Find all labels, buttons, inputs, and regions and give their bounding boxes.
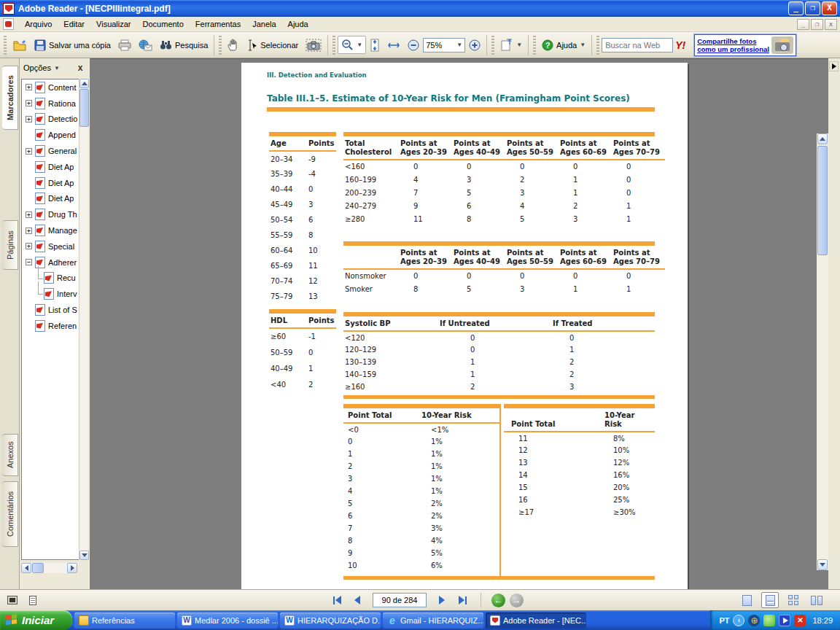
menu-ajuda[interactable]: Ajuda: [282, 18, 314, 31]
toolbar-grip[interactable]: [332, 36, 335, 55]
chevron-down-icon[interactable]: ▼: [516, 42, 522, 48]
clock[interactable]: 18:29: [812, 616, 833, 625]
snapshot-button[interactable]: [302, 36, 325, 55]
bookmark-label[interactable]: Drug Th: [48, 210, 77, 219]
toolbar-grip[interactable]: [596, 36, 599, 55]
select-tool-button[interactable]: Selecionar: [242, 36, 302, 54]
taskbar-task[interactable]: Adobe Reader - [NEC...: [486, 612, 586, 629]
fit-width-button[interactable]: [384, 37, 404, 53]
bookmark-label[interactable]: Interv: [57, 289, 77, 298]
bookmark-label[interactable]: Adherer: [48, 258, 77, 267]
next-page-button[interactable]: [434, 593, 450, 607]
bookmark-item[interactable]: Interv: [22, 286, 88, 302]
expand-icon[interactable]: +: [26, 84, 32, 90]
chevron-down-icon[interactable]: ▼: [456, 42, 462, 48]
bookmark-label[interactable]: Append: [48, 131, 76, 139]
bookmark-label[interactable]: Diet Ap: [48, 194, 74, 203]
toolbar-grip[interactable]: [491, 36, 494, 55]
page-display-button[interactable]: ▼: [497, 36, 526, 54]
zoom-out-tool-button[interactable]: ▼: [338, 36, 366, 54]
reading-mode-button[interactable]: [4, 593, 20, 607]
yahoo-logo[interactable]: Y!: [675, 39, 685, 51]
menu-visualizar[interactable]: Visualizar: [90, 18, 137, 31]
scrollbar-thumb[interactable]: [79, 89, 89, 127]
taskbar-task[interactable]: Referências: [74, 612, 175, 629]
tab-marcadores[interactable]: Marcadores: [2, 66, 18, 130]
scroll-up-button[interactable]: [79, 79, 89, 88]
bookmark-item[interactable]: +General: [22, 143, 88, 159]
bookmark-label[interactable]: Manage: [48, 226, 77, 235]
zoom-level-combobox[interactable]: 75% ▼: [423, 38, 465, 52]
tray-collapse-icon[interactable]: ‹: [733, 615, 744, 626]
scrollbar-thumb[interactable]: [817, 146, 828, 255]
zoom-out-button[interactable]: [404, 36, 423, 54]
toolbar-grip[interactable]: [4, 36, 7, 55]
bookmark-label[interactable]: Referen: [48, 322, 77, 330]
email-button[interactable]: [135, 36, 156, 54]
page-indicator-field[interactable]: 90 de 284: [373, 593, 427, 607]
scroll-right-button[interactable]: [67, 563, 77, 573]
help-button[interactable]: ? Ajuda ▼: [538, 36, 589, 54]
chevron-down-icon[interactable]: ▼: [580, 42, 586, 48]
toolbar-overflow-button[interactable]: [829, 61, 839, 71]
zoom-in-button[interactable]: [465, 36, 484, 54]
toolbar-grip[interactable]: [533, 36, 536, 55]
last-page-button[interactable]: [454, 593, 470, 607]
bookmark-item[interactable]: Recu: [22, 271, 88, 287]
tab-comentarios[interactable]: Comentários: [2, 481, 18, 547]
messenger-icon[interactable]: [763, 615, 775, 626]
bookmark-label[interactable]: Recu: [57, 273, 76, 282]
open-button[interactable]: [9, 36, 31, 54]
network-globe-icon[interactable]: ⊕: [748, 615, 760, 626]
panel-close-button[interactable]: x: [74, 63, 86, 73]
toolbar-grip[interactable]: [219, 36, 222, 55]
facing-view-button[interactable]: [808, 592, 825, 608]
scroll-down-button[interactable]: [817, 559, 828, 570]
menu-ferramentas[interactable]: Ferramentas: [190, 18, 246, 31]
start-button[interactable]: Iniciar: [0, 610, 72, 630]
bookmark-label[interactable]: General: [48, 147, 77, 155]
scroll-up-button[interactable]: [817, 133, 828, 144]
options-menu-button[interactable]: Opções: [23, 63, 51, 72]
bookmark-item[interactable]: +Manage: [22, 222, 88, 238]
save-copy-button[interactable]: Salvar uma cópia: [31, 36, 114, 54]
previous-view-button[interactable]: ←: [491, 594, 505, 607]
web-search-input[interactable]: [602, 38, 673, 52]
bookmark-item[interactable]: List of S: [22, 302, 88, 318]
bookmark-item[interactable]: +Rationa: [22, 96, 88, 112]
menu-janela[interactable]: Janela: [246, 18, 281, 31]
taskbar-task[interactable]: WHIERARQUIZAÇÃO D...: [280, 612, 381, 629]
collapse-icon[interactable]: −: [26, 259, 32, 265]
menu-documento[interactable]: Documento: [137, 18, 190, 31]
scroll-down-button[interactable]: [79, 551, 89, 560]
bookmark-label[interactable]: Diet Ap: [48, 163, 74, 171]
bookmark-item[interactable]: +Special: [22, 238, 88, 254]
menu-editar[interactable]: Editar: [58, 18, 90, 31]
print-button[interactable]: [114, 36, 135, 54]
expand-icon[interactable]: +: [26, 116, 32, 122]
first-page-button[interactable]: [329, 593, 345, 607]
restore-button[interactable]: ❐: [805, 1, 820, 15]
page-view-button[interactable]: [25, 593, 41, 607]
bookmark-item[interactable]: Diet Ap: [22, 175, 88, 191]
bookmark-item[interactable]: Append: [22, 127, 88, 143]
expand-icon[interactable]: +: [26, 228, 32, 234]
previous-page-button[interactable]: [349, 593, 365, 607]
bookmark-item[interactable]: +Detectio: [22, 112, 88, 128]
bookmark-item[interactable]: Diet Ap: [22, 159, 88, 175]
bookmark-item[interactable]: Diet Ap: [22, 191, 88, 207]
expand-icon[interactable]: +: [26, 100, 32, 106]
bookmark-label[interactable]: Diet Ap: [48, 179, 74, 187]
bookmark-item[interactable]: Referen: [22, 318, 88, 334]
scrollbar-thumb[interactable]: [32, 563, 44, 573]
bookmark-label[interactable]: Rationa: [48, 99, 76, 108]
continuous-facing-view-button[interactable]: [785, 592, 802, 608]
minimize-button[interactable]: _: [788, 1, 804, 15]
photo-promo-banner[interactable]: Compartilhe fotos como um profissional: [694, 34, 796, 56]
pdf-page[interactable]: III. Detection and Evaluation Table III.…: [241, 63, 688, 589]
doc-close-button[interactable]: x: [825, 19, 837, 30]
security-alert-icon[interactable]: ✕: [794, 615, 806, 626]
bookmark-label[interactable]: Content: [48, 83, 77, 92]
taskbar-task[interactable]: WMedlar 2006 - dossiê ...: [177, 612, 278, 629]
scroll-left-button[interactable]: [21, 563, 31, 573]
